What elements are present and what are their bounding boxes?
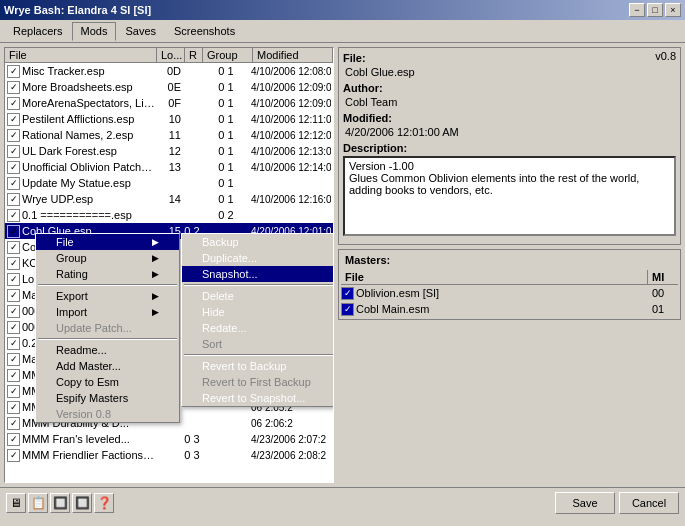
mod-checkbox[interactable]: [7, 209, 20, 222]
list-item[interactable]: 0.1 ===========.esp 0 2: [5, 207, 333, 223]
mod-checkbox[interactable]: [7, 321, 20, 334]
mod-lo: 11: [155, 129, 183, 141]
masters-list-item: Oblivion.esm [SI] 00: [341, 285, 678, 301]
desc-line2: Glues Common Oblivion elements into the …: [349, 172, 639, 196]
master-checkbox[interactable]: [341, 287, 354, 300]
mod-checkbox[interactable]: [7, 369, 20, 382]
list-item[interactable]: MMM Fran's leveled... 0 3 4/23/2006 2:07…: [5, 431, 333, 447]
header-modified[interactable]: Modified: [253, 48, 333, 62]
header-r[interactable]: R: [185, 48, 203, 62]
tab-mods[interactable]: Mods: [72, 22, 117, 41]
submenu-item-hide[interactable]: Hide: [182, 304, 334, 320]
menu-item-import[interactable]: Import ▶: [36, 304, 179, 320]
menu-item-version: Version 0.8: [36, 406, 179, 422]
list-item[interactable]: Update My Statue.esp 0 1: [5, 175, 333, 191]
menu-item-add-master[interactable]: Add Master...: [36, 358, 179, 374]
mod-filename: More Broadsheets.esp: [22, 81, 155, 93]
icon-4[interactable]: 🔲: [72, 493, 92, 513]
close-button[interactable]: ×: [665, 3, 681, 17]
mod-checkbox[interactable]: [7, 97, 20, 110]
mod-checkbox[interactable]: [7, 113, 20, 126]
mod-checkbox[interactable]: [7, 161, 20, 174]
mod-checkbox[interactable]: [7, 241, 20, 254]
submenu-item-snapshot[interactable]: Snapshot...: [182, 266, 334, 282]
mod-r: 0 3: [183, 449, 201, 461]
master-checkbox[interactable]: [341, 303, 354, 316]
mod-checkbox[interactable]: [7, 401, 20, 414]
header-file[interactable]: File: [5, 48, 157, 62]
mod-group: 0 1: [201, 65, 251, 77]
submenu-item-revert-backup[interactable]: Revert to Backup: [182, 358, 334, 374]
list-item[interactable]: Unofficial Oblivion Patch.esp 13 0 1 4/1…: [5, 159, 333, 175]
mod-checkbox[interactable]: [7, 385, 20, 398]
masters-label: Masters:: [341, 252, 678, 268]
list-item[interactable]: Misc Tracker.esp 0D 0 1 4/10/2006 12:08:…: [5, 63, 333, 79]
tab-bar: Replacers Mods Saves Screenshots: [0, 20, 685, 43]
mod-group: 0 1: [201, 129, 251, 141]
tab-replacers[interactable]: Replacers: [4, 22, 72, 40]
header-lo[interactable]: Lo...: [157, 48, 185, 62]
list-item[interactable]: MoreArenaSpectators, Lite.esp 0F 0 1 4/1…: [5, 95, 333, 111]
list-item[interactable]: More Broadsheets.esp 0E 0 1 4/10/2006 12…: [5, 79, 333, 95]
file-info-section: v0.8 File: Cobl Glue.esp Author: Cobl Te…: [338, 47, 681, 245]
cancel-button[interactable]: Cancel: [619, 492, 679, 514]
mod-checkbox[interactable]: [7, 449, 20, 462]
menu-item-readme[interactable]: Readme...: [36, 342, 179, 358]
save-button[interactable]: Save: [555, 492, 615, 514]
mod-checkbox[interactable]: [7, 65, 20, 78]
mod-checkbox[interactable]: [7, 81, 20, 94]
menu-item-file[interactable]: File ▶ Backup Duplicate... Snapshot... D…: [36, 234, 179, 250]
tab-screenshots[interactable]: Screenshots: [165, 22, 244, 40]
submenu-item-redate[interactable]: Redate...: [182, 320, 334, 336]
maximize-button[interactable]: □: [647, 3, 663, 17]
icon-2[interactable]: 📋: [28, 493, 48, 513]
submenu-item-delete[interactable]: Delete: [182, 288, 334, 304]
title-bar: Wrye Bash: Elandra 4 SI [SI] − □ ×: [0, 0, 685, 20]
header-group[interactable]: Group: [203, 48, 253, 62]
submenu-item-backup[interactable]: Backup: [182, 234, 334, 250]
list-header: File Lo... R Group Modified: [5, 48, 333, 63]
menu-item-rating[interactable]: Rating ▶: [36, 266, 179, 282]
window-title: Wrye Bash: Elandra 4 SI [SI]: [4, 4, 151, 16]
list-item[interactable]: Wrye UDP.esp 14 0 1 4/10/2006 12:16:0: [5, 191, 333, 207]
mod-checkbox[interactable]: [7, 417, 20, 430]
list-item[interactable]: Rational Names, 2.esp 11 0 1 4/10/2006 1…: [5, 127, 333, 143]
submenu-separator-2: [184, 354, 334, 356]
mod-checkbox[interactable]: [7, 257, 20, 270]
submenu-item-duplicate[interactable]: Duplicate...: [182, 250, 334, 266]
list-item[interactable]: Pestilent Afflictions.esp 10 0 1 4/10/20…: [5, 111, 333, 127]
menu-item-espify[interactable]: Espify Masters: [36, 390, 179, 406]
icon-3[interactable]: 🔲: [50, 493, 70, 513]
mod-modified: 4/10/2006 12:14:0: [251, 162, 331, 173]
menu-item-group[interactable]: Group ▶: [36, 250, 179, 266]
mod-checkbox[interactable]: [7, 273, 20, 286]
mod-checkbox[interactable]: [7, 225, 20, 238]
file-submenu[interactable]: Backup Duplicate... Snapshot... Delete H…: [181, 233, 334, 407]
mod-checkbox[interactable]: [7, 129, 20, 142]
master-mi: 00: [648, 287, 678, 299]
mod-checkbox[interactable]: [7, 337, 20, 350]
context-menu[interactable]: File ▶ Backup Duplicate... Snapshot... D…: [35, 233, 180, 423]
menu-item-copy-esm[interactable]: Copy to Esm: [36, 374, 179, 390]
menu-item-export[interactable]: Export ▶: [36, 288, 179, 304]
mod-checkbox[interactable]: [7, 193, 20, 206]
list-item[interactable]: MMM Friendlier Factions.esp 0 3 4/23/200…: [5, 447, 333, 463]
master-filename: Cobl Main.esm: [356, 303, 648, 315]
description-text[interactable]: Version -1.00 Glues Common Oblivion elem…: [343, 156, 676, 236]
icon-5[interactable]: ❓: [94, 493, 114, 513]
mod-modified: 4/10/2006 12:09:0: [251, 82, 331, 93]
mod-modified: 4/10/2006 12:12:0: [251, 130, 331, 141]
menu-item-update-patch: Update Patch...: [36, 320, 179, 336]
submenu-item-revert-snapshot[interactable]: Revert to Snapshot...: [182, 390, 334, 406]
mod-checkbox[interactable]: [7, 177, 20, 190]
mod-checkbox[interactable]: [7, 305, 20, 318]
mod-filename: Wrye UDP.esp: [22, 193, 155, 205]
list-item[interactable]: UL Dark Forest.esp 12 0 1 4/10/2006 12:1…: [5, 143, 333, 159]
tab-saves[interactable]: Saves: [116, 22, 165, 40]
mod-checkbox[interactable]: [7, 289, 20, 302]
mod-checkbox[interactable]: [7, 353, 20, 366]
mod-checkbox[interactable]: [7, 145, 20, 158]
icon-1[interactable]: 🖥: [6, 493, 26, 513]
mod-checkbox[interactable]: [7, 433, 20, 446]
minimize-button[interactable]: −: [629, 3, 645, 17]
